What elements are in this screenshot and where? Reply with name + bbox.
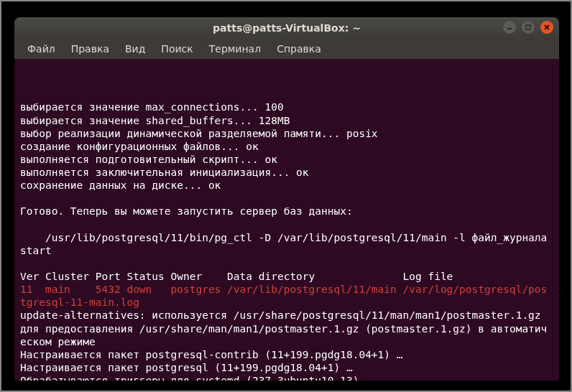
menu-help[interactable]: Справка — [269, 40, 328, 57]
terminal-line: выбор реализации динамической разделяемо… — [20, 127, 553, 140]
terminal-line: выбирается значение shared_buffers... 12… — [20, 114, 553, 127]
minimize-icon — [506, 24, 513, 31]
maximize-icon — [525, 24, 532, 31]
terminal-line: Настраивается пакет postgresql-contrib (… — [20, 348, 553, 361]
terminal-line — [20, 257, 553, 270]
terminal-line: выбирается значение max_connections... 1… — [20, 101, 553, 113]
menu-search[interactable]: Поиск — [154, 40, 200, 57]
minimize-button[interactable] — [503, 21, 516, 34]
terminal-line: update-alternatives: используется /usr/s… — [20, 309, 553, 347]
menubar: Файл Правка Вид Поиск Терминал Справка — [14, 39, 559, 59]
terminal-output[interactable]: выбирается значение max_connections... 1… — [14, 59, 559, 381]
terminal-line: сохранение данных на диске... ок — [20, 179, 553, 192]
menu-terminal[interactable]: Терминал — [202, 40, 268, 57]
terminal-line: Настраивается пакет postgresql (11+199.p… — [20, 361, 553, 374]
window-controls — [503, 21, 553, 34]
terminal-line: выполняется подготовительный скрипт... о… — [20, 153, 553, 166]
titlebar: patts@patts-VirtualBox: ~ — [14, 17, 559, 39]
menu-file[interactable]: Файл — [20, 40, 63, 57]
terminal-window: patts@patts-VirtualBox: ~ Файл Правка Ви… — [14, 17, 559, 381]
terminal-line: 11 main 5432 down postgres /var/lib/post… — [20, 283, 553, 309]
svg-rect-1 — [526, 25, 530, 29]
terminal-line: Ver Cluster Port Status Owner Data direc… — [20, 270, 553, 283]
maximize-button[interactable] — [522, 21, 535, 34]
terminal-line — [20, 218, 553, 231]
window-title: patts@patts-VirtualBox: ~ — [22, 22, 552, 34]
terminal-line: /usr/lib/postgresql/11/bin/pg_ctl -D /va… — [20, 231, 553, 257]
close-button[interactable] — [540, 21, 553, 34]
close-icon — [543, 24, 550, 31]
terminal-line: создание конфигурационных файлов... ок — [20, 140, 553, 153]
terminal-line: выполняется заключительная инициализация… — [20, 166, 553, 179]
terminal-line: Обрабатываются триггеры для systemd (237… — [20, 374, 553, 381]
menu-edit[interactable]: Правка — [64, 40, 116, 57]
terminal-line: Готово. Теперь вы можете запустить серве… — [20, 205, 553, 218]
menu-view[interactable]: Вид — [118, 40, 152, 57]
terminal-line — [20, 192, 553, 205]
